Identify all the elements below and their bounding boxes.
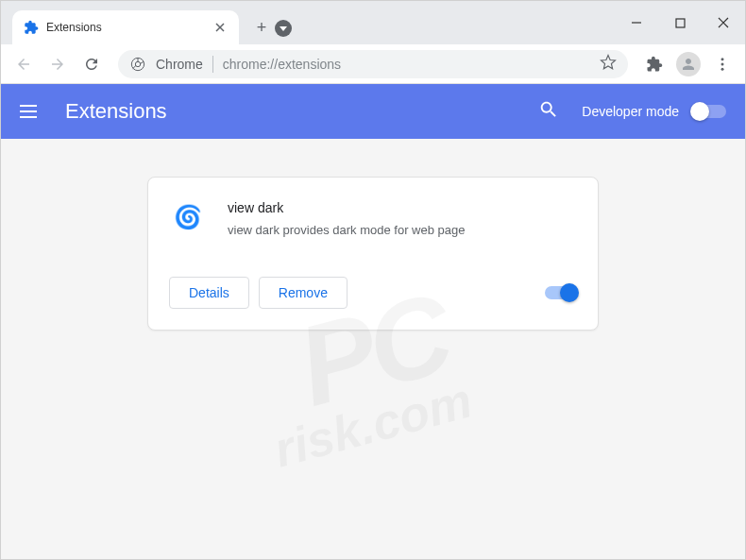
extension-card-top: 🌀 view dark view dark provides dark mode… (169, 198, 577, 237)
tab-title: Extensions (46, 21, 205, 34)
svg-rect-0 (676, 19, 685, 27)
forward-button[interactable] (42, 49, 73, 79)
extension-puzzle-icon (24, 20, 39, 35)
minimize-button[interactable] (615, 1, 658, 44)
details-button[interactable]: Details (169, 277, 249, 309)
tab-search-icon[interactable] (275, 20, 292, 37)
remove-button[interactable]: Remove (259, 277, 348, 309)
hamburger-menu-icon[interactable] (20, 100, 42, 123)
svg-point-3 (721, 58, 724, 60)
chrome-icon (129, 56, 146, 73)
browser-tab[interactable]: Extensions (12, 10, 239, 44)
extension-enable-toggle[interactable] (545, 286, 577, 299)
extension-icon: 🌀 (169, 198, 207, 236)
profile-avatar[interactable] (673, 49, 704, 79)
close-tab-icon[interactable] (212, 20, 228, 35)
developer-mode-group: Developer mode (582, 104, 726, 119)
browser-toolbar: Chrome chrome://extensions (1, 44, 745, 84)
content-area: PC risk.com 🌀 view dark view dark provid… (1, 139, 745, 559)
window-controls (615, 1, 745, 44)
extensions-header: Extensions Developer mode (1, 84, 745, 139)
maximize-button[interactable] (658, 1, 702, 44)
omnibox-url: chrome://extensions (223, 57, 590, 72)
omnibox-divider (212, 56, 213, 73)
extension-card-bottom: Details Remove (169, 277, 577, 309)
back-button[interactable] (8, 49, 39, 79)
extension-description: view dark provides dark mode for web pag… (228, 223, 577, 237)
watermark-sub: risk.com (268, 371, 478, 478)
reload-button[interactable] (76, 49, 107, 79)
page-title: Extensions (65, 99, 538, 124)
close-window-button[interactable] (702, 1, 745, 44)
developer-mode-label: Developer mode (582, 104, 679, 119)
menu-icon[interactable] (707, 49, 738, 79)
extension-info: view dark view dark provides dark mode f… (228, 198, 577, 237)
svg-point-4 (721, 62, 724, 65)
extension-name: view dark (228, 200, 577, 215)
extensions-icon[interactable] (639, 49, 670, 79)
svg-point-5 (721, 67, 724, 70)
developer-mode-toggle[interactable] (692, 105, 726, 118)
bookmark-star-icon[interactable] (600, 54, 617, 75)
new-tab-button[interactable]: + (248, 14, 275, 41)
search-icon[interactable] (538, 99, 559, 124)
address-bar[interactable]: Chrome chrome://extensions (118, 50, 628, 78)
extension-card: 🌀 view dark view dark provides dark mode… (147, 177, 599, 331)
omnibox-scheme: Chrome (156, 57, 203, 72)
window-titlebar: Extensions + (1, 1, 745, 44)
